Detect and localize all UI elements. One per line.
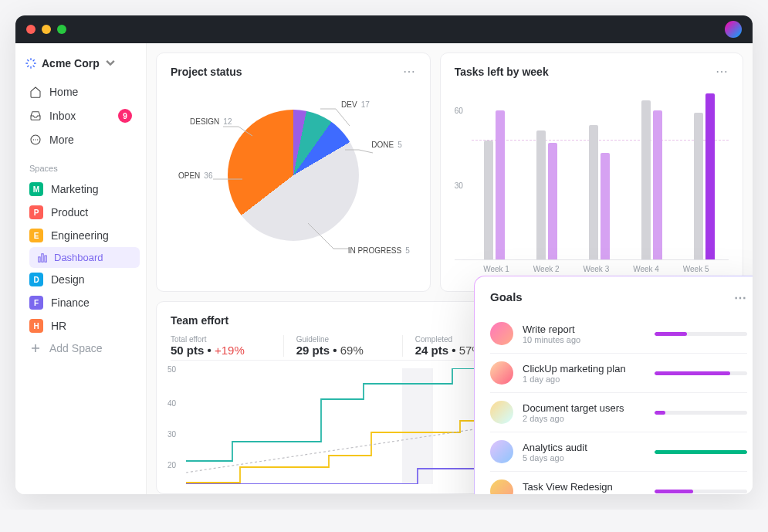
- goal-name: Write report: [523, 324, 645, 335]
- space-label: Product: [51, 206, 88, 219]
- workspace-switcher[interactable]: Acme Corp: [22, 53, 140, 80]
- svg-rect-6: [45, 256, 46, 262]
- project-status-pie-chart: DEV17 DONE5 IN PROGRESS5 OPEN36 DESIGN12: [171, 86, 416, 264]
- sidebar-space-marketing[interactable]: MMarketing: [22, 178, 140, 201]
- svg-point-3: [37, 139, 38, 140]
- goal-avatar: [490, 401, 513, 424]
- goals-title: Goals: [490, 290, 523, 305]
- goal-item[interactable]: ClickUp marketing plan1 day ago: [490, 353, 747, 392]
- stat-total-label: Total effort: [171, 335, 245, 344]
- stat-guideline: Guideline 29 pts • 69%: [283, 335, 364, 357]
- svg-rect-5: [42, 253, 43, 262]
- dashboard-icon: [37, 252, 48, 263]
- project-status-card: Project status ⋯ DEV17 DONE5 IN PROGRESS…: [156, 53, 431, 292]
- goal-progress-bar: [655, 332, 747, 336]
- window-controls: [26, 25, 66, 34]
- stat-guideline-label: Guideline: [296, 335, 364, 344]
- space-icon: F: [29, 296, 43, 310]
- goal-avatar: [490, 361, 513, 385]
- space-label: Marketing: [51, 183, 98, 195]
- project-status-more-button[interactable]: ⋯: [403, 64, 416, 79]
- chevron-down-icon: [104, 57, 117, 69]
- nav-home[interactable]: Home: [22, 80, 140, 103]
- svg-point-1: [33, 139, 34, 140]
- tasks-left-more-button[interactable]: ⋯: [716, 64, 729, 79]
- dashboard-label: Dashboard: [54, 252, 103, 263]
- stat-total-effort: Total effort 50 pts • +19%: [171, 335, 245, 357]
- effort-ytick: 20: [167, 461, 176, 469]
- goal-progress-bar: [655, 490, 747, 493]
- nav-more[interactable]: More: [22, 128, 140, 151]
- nav-inbox[interactable]: Inbox 9: [22, 103, 140, 128]
- close-window-button[interactable]: [26, 25, 36, 34]
- sidebar-space-design[interactable]: DDesign: [22, 268, 140, 291]
- nav-inbox-label: Inbox: [49, 110, 76, 122]
- space-label: Engineering: [51, 229, 109, 242]
- app-window: Acme Corp Home Inbox 9 More Spaces MMark…: [15, 15, 753, 494]
- pie-label-dev: DEV17: [341, 100, 370, 109]
- workspace-name: Acme Corp: [42, 57, 100, 69]
- goal-avatar: [490, 479, 513, 494]
- effort-ytick: 50: [167, 365, 176, 374]
- sidebar-space-hr[interactable]: HHR: [22, 314, 140, 337]
- space-icon: M: [29, 182, 43, 196]
- goal-time: 1 day ago: [523, 374, 645, 384]
- stat-completed: Completed 24 pts • 57%: [402, 335, 482, 357]
- stat-completed-value: 24 pts: [415, 344, 448, 357]
- project-status-title: Project status: [171, 66, 242, 78]
- stat-guideline-value: 29 pts: [296, 344, 330, 357]
- goal-progress-bar: [655, 371, 747, 375]
- goal-progress-bar: [655, 450, 747, 454]
- stat-total-value: 50 pts: [171, 344, 204, 357]
- sidebar: Acme Corp Home Inbox 9 More Spaces MMark…: [15, 43, 147, 494]
- pie-label-design: DESIGN12: [190, 117, 232, 126]
- goal-time: 5 days ago: [523, 453, 645, 463]
- nav-home-label: Home: [49, 86, 78, 98]
- goal-item[interactable]: Task View Redesign14 days ago: [490, 471, 747, 494]
- goal-item[interactable]: Analytics audit5 days ago: [490, 432, 747, 471]
- team-effort-title: Team effort: [171, 314, 228, 327]
- goal-progress-bar: [655, 411, 747, 415]
- svg-rect-4: [39, 256, 40, 261]
- svg-rect-7: [402, 368, 433, 484]
- inbox-badge: 9: [118, 109, 132, 123]
- goal-avatar: [490, 322, 513, 345]
- sidebar-space-engineering[interactable]: EEngineering: [22, 224, 140, 247]
- pie-label-open: OPEN36: [178, 171, 212, 180]
- tasks-left-title: Tasks left by week: [455, 66, 549, 78]
- home-icon: [29, 86, 42, 98]
- workspace-icon: [25, 57, 37, 69]
- goal-time: 10 minutes ago: [523, 335, 645, 344]
- minimize-window-button[interactable]: [42, 25, 51, 34]
- goal-name: Document target users: [523, 402, 645, 414]
- maximize-window-button[interactable]: [57, 25, 66, 34]
- inbox-icon: [29, 110, 42, 122]
- sidebar-dashboard[interactable]: Dashboard: [29, 247, 140, 268]
- stat-total-delta: +19%: [215, 344, 245, 357]
- stat-completed-label: Completed: [415, 335, 482, 344]
- effort-ytick: 30: [167, 430, 176, 439]
- spaces-section-label: Spaces: [22, 151, 140, 178]
- goal-time: 2 days ago: [523, 414, 645, 423]
- goal-time: 14 days ago: [523, 493, 645, 495]
- user-avatar[interactable]: [725, 21, 742, 38]
- svg-point-2: [35, 139, 36, 140]
- add-space-label: Add Space: [49, 342, 103, 354]
- stat-guideline-pct: 69%: [340, 344, 364, 357]
- space-icon: E: [29, 229, 43, 242]
- pie-label-in-progress: IN PROGRESS5: [348, 246, 410, 255]
- nav-more-label: More: [49, 134, 74, 146]
- goal-name: ClickUp marketing plan: [523, 363, 645, 374]
- sidebar-space-finance[interactable]: FFinance: [22, 291, 140, 314]
- goal-item[interactable]: Write report10 minutes ago: [490, 314, 747, 353]
- sidebar-space-product[interactable]: PProduct: [22, 201, 140, 224]
- goal-item[interactable]: Document target users2 days ago: [490, 392, 747, 432]
- plus-icon: [29, 342, 42, 354]
- space-label: Finance: [51, 296, 90, 309]
- space-label: Design: [51, 273, 85, 286]
- more-icon: [29, 134, 42, 146]
- goal-name: Analytics audit: [523, 442, 645, 453]
- add-space-button[interactable]: Add Space: [22, 337, 140, 359]
- goals-more-button[interactable]: ⋯: [734, 290, 747, 305]
- tasks-left-bar-chart: 3060: [455, 86, 729, 260]
